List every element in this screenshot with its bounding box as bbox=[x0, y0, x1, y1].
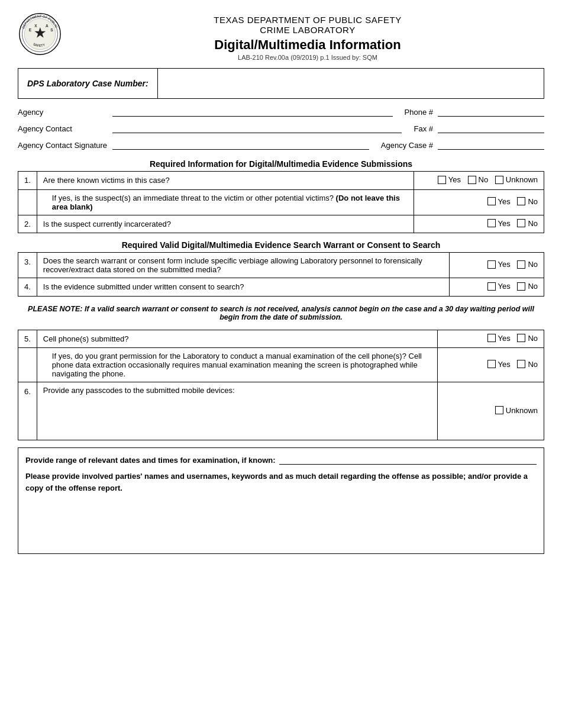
q3-no-checkbox[interactable] bbox=[517, 260, 525, 269]
svg-text:★: ★ bbox=[34, 26, 46, 40]
table-row: If yes, do you grant permission for the … bbox=[18, 348, 544, 382]
section3-table: 5. Cell phone(s) submitted? Yes No If ye… bbox=[18, 330, 544, 441]
agency-contact-row: Agency Contact Fax # bbox=[18, 123, 544, 136]
q4-yes-item: Yes bbox=[487, 282, 511, 291]
detail-text: Please provide involved parties' names a… bbox=[25, 471, 537, 494]
q1sub-no-label: No bbox=[528, 197, 538, 206]
phone-group: Phone # bbox=[405, 106, 544, 117]
q1-yes-checkbox[interactable] bbox=[438, 176, 446, 184]
agency-case-label: Agency Case # bbox=[381, 141, 433, 150]
q1sub-options: Yes No bbox=[414, 189, 544, 215]
q2-num: 2. bbox=[18, 215, 37, 233]
q1-no-checkbox[interactable] bbox=[468, 176, 476, 184]
form-title: Digital/Multimedia Information bbox=[71, 37, 544, 53]
q5-no-item: No bbox=[517, 334, 538, 343]
agency-case-input[interactable] bbox=[438, 139, 544, 150]
fax-input[interactable] bbox=[438, 123, 544, 133]
q5-options: Yes No bbox=[438, 330, 544, 348]
q1-no-label: No bbox=[479, 175, 489, 184]
svg-text:E: E bbox=[29, 28, 32, 32]
q1sub-yes-checkbox[interactable] bbox=[487, 197, 496, 205]
agency-input[interactable] bbox=[112, 106, 393, 117]
bottom-section: Provide range of relevant dates and time… bbox=[18, 447, 544, 554]
q6-unknown-checkbox[interactable] bbox=[495, 406, 503, 414]
dates-input[interactable] bbox=[279, 454, 537, 465]
phone-input[interactable] bbox=[438, 106, 544, 117]
q2-yes-label: Yes bbox=[498, 219, 511, 228]
q6-text: Provide any passcodes to the submitted m… bbox=[37, 382, 437, 440]
q5-no-label: No bbox=[528, 334, 538, 343]
phone-label: Phone # bbox=[405, 108, 433, 117]
q1sub-no-checkbox[interactable] bbox=[517, 197, 525, 205]
q3-yes-item: Yes bbox=[487, 260, 511, 269]
q1sub-text: If yes, is the suspect(s) an immediate t… bbox=[37, 189, 414, 215]
section1-table: 1. Are there known victims in this case?… bbox=[18, 171, 544, 233]
q5sub-no-item: No bbox=[517, 360, 538, 369]
q3-options: Yes No bbox=[450, 253, 544, 278]
q6-options: Unknown bbox=[438, 382, 544, 440]
dates-row: Provide range of relevant dates and time… bbox=[25, 454, 537, 465]
table-row: 3. Does the search warrant or consent fo… bbox=[18, 253, 544, 278]
case-number-label: DPS Laboratory Case Number: bbox=[18, 73, 157, 94]
seal-logo: ★ DEPARTMENT OF PUBLIC SAFETY E X A S bbox=[18, 12, 62, 56]
q3-num: 3. bbox=[18, 253, 37, 278]
q3-yes-label: Yes bbox=[498, 260, 511, 269]
fax-label: Fax # bbox=[414, 124, 433, 133]
q6-unknown-item: Unknown bbox=[495, 406, 538, 415]
agency-sig-row: Agency Contact Signature Agency Case # bbox=[18, 139, 544, 152]
q5-no-checkbox[interactable] bbox=[517, 334, 525, 342]
q4-text: Is the evidence submitted under written … bbox=[37, 278, 449, 297]
q2-no-item: No bbox=[517, 219, 538, 228]
table-row: 6. Provide any passcodes to the submitte… bbox=[18, 382, 544, 440]
agency-case-group: Agency Case # bbox=[381, 139, 544, 150]
q2-no-checkbox[interactable] bbox=[517, 219, 525, 227]
agency-contact-label: Agency Contact bbox=[18, 124, 112, 133]
section1-title: Required Information for Digital/Multime… bbox=[18, 159, 544, 169]
q2-yes-item: Yes bbox=[487, 219, 511, 228]
dates-label: Provide range of relevant dates and time… bbox=[25, 456, 276, 465]
case-number-input[interactable] bbox=[157, 69, 544, 98]
q1-yes-label: Yes bbox=[448, 175, 461, 184]
q3-yes-checkbox[interactable] bbox=[487, 260, 496, 269]
table-row: 5. Cell phone(s) submitted? Yes No bbox=[18, 330, 544, 348]
q5sub-options: Yes No bbox=[438, 348, 544, 382]
detail-input-area[interactable] bbox=[25, 494, 537, 541]
q5-yes-checkbox[interactable] bbox=[487, 334, 496, 342]
title-area: TEXAS DEPARTMENT OF PUBLIC SAFETY CRIME … bbox=[71, 12, 544, 61]
q4-num: 4. bbox=[18, 278, 37, 297]
q5sub-text: If yes, do you grant permission for the … bbox=[37, 348, 437, 382]
page-header: ★ DEPARTMENT OF PUBLIC SAFETY E X A S TE… bbox=[18, 12, 544, 61]
q4-no-checkbox[interactable] bbox=[517, 282, 525, 291]
fax-group: Fax # bbox=[414, 123, 544, 133]
q5sub-num bbox=[18, 348, 37, 382]
q1sub-num bbox=[18, 189, 37, 215]
table-row: 2. Is the suspect currently incarcerated… bbox=[18, 215, 544, 233]
info-fields: Agency Phone # Agency Contact Fax # Agen… bbox=[18, 106, 544, 152]
agency-sig-input[interactable] bbox=[112, 139, 369, 150]
table-row: 4. Is the evidence submitted under writt… bbox=[18, 278, 544, 297]
table-row: If yes, is the suspect(s) an immediate t… bbox=[18, 189, 544, 215]
q2-yes-checkbox[interactable] bbox=[487, 219, 496, 227]
q1-unknown-label: Unknown bbox=[506, 175, 538, 184]
q1-unknown-item: Unknown bbox=[495, 175, 538, 184]
q5sub-yes-item: Yes bbox=[487, 360, 511, 369]
q5sub-no-checkbox[interactable] bbox=[517, 360, 525, 368]
logo-area: ★ DEPARTMENT OF PUBLIC SAFETY E X A S bbox=[18, 12, 71, 58]
q5sub-yes-checkbox[interactable] bbox=[487, 360, 496, 368]
q2-options: Yes No bbox=[414, 215, 544, 233]
q2-text: Is the suspect currently incarcerated? bbox=[37, 215, 414, 233]
please-note: PLEASE NOTE: If a valid search warrant o… bbox=[18, 302, 544, 324]
q6-num: 6. bbox=[18, 382, 37, 440]
q6-unknown-label: Unknown bbox=[506, 406, 538, 415]
agency-contact-input[interactable] bbox=[112, 123, 402, 133]
q5sub-no-label: No bbox=[528, 360, 538, 369]
q1-yes-item: Yes bbox=[438, 175, 461, 184]
q5-yes-item: Yes bbox=[487, 334, 511, 343]
q4-yes-checkbox[interactable] bbox=[487, 282, 496, 291]
q3-text: Does the search warrant or consent form … bbox=[37, 253, 449, 278]
q1-unknown-checkbox[interactable] bbox=[495, 176, 503, 184]
q5-yes-label: Yes bbox=[498, 334, 511, 343]
table-row: 1. Are there known victims in this case?… bbox=[18, 172, 544, 190]
dept-line1: TEXAS DEPARTMENT OF PUBLIC SAFETY bbox=[71, 15, 544, 25]
q4-yes-label: Yes bbox=[498, 282, 511, 291]
